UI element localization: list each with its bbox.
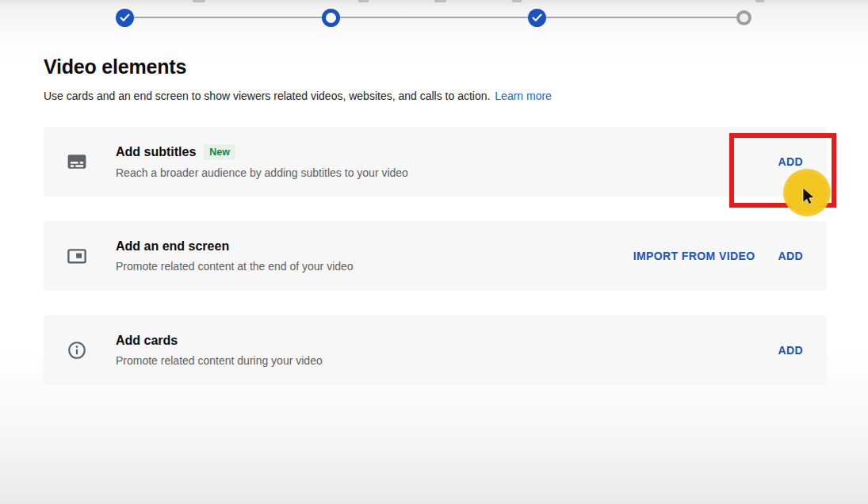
info-icon <box>67 340 87 361</box>
card-description: Promote related content at the end of yo… <box>116 260 633 273</box>
upload-stepper <box>0 0 868 36</box>
end-screen-icon <box>67 246 87 266</box>
add-subtitles-button[interactable]: ADD <box>778 155 803 168</box>
add-cards-card: Add cards Promote related content during… <box>44 315 827 385</box>
stepper-step-2-current[interactable] <box>322 9 340 27</box>
card-title: Add an end screen <box>116 239 229 254</box>
page-description-text: Use cards and an end screen to show view… <box>44 90 490 102</box>
card-title: Add subtitles <box>116 145 196 159</box>
add-end-screen-card: Add an end screen Promote related conten… <box>44 221 827 291</box>
page-description: Use cards and an end screen to show view… <box>44 90 827 102</box>
video-elements-list: Add subtitles New Reach a broader audien… <box>44 127 827 410</box>
stepper-step-3-completed[interactable] <box>528 9 546 27</box>
card-title: Add cards <box>116 334 178 348</box>
stepper-step-1-completed[interactable] <box>116 9 134 27</box>
new-badge: New <box>204 144 235 160</box>
subtitles-icon <box>67 151 87 172</box>
stepper-line <box>124 17 744 18</box>
import-from-video-button[interactable]: IMPORT FROM VIDEO <box>633 250 755 262</box>
check-icon <box>532 13 542 22</box>
add-end-screen-button[interactable]: ADD <box>778 250 803 262</box>
add-subtitles-card: Add subtitles New Reach a broader audien… <box>44 127 827 197</box>
add-cards-button[interactable]: ADD <box>778 344 803 357</box>
check-icon <box>120 13 130 22</box>
page-title: Video elements <box>44 55 827 78</box>
card-description: Reach a broader audience by adding subti… <box>116 166 778 179</box>
learn-more-link[interactable]: Learn more <box>495 90 552 102</box>
stepper-step-4-upcoming[interactable] <box>736 10 751 25</box>
card-description: Promote related content during your vide… <box>116 354 778 367</box>
